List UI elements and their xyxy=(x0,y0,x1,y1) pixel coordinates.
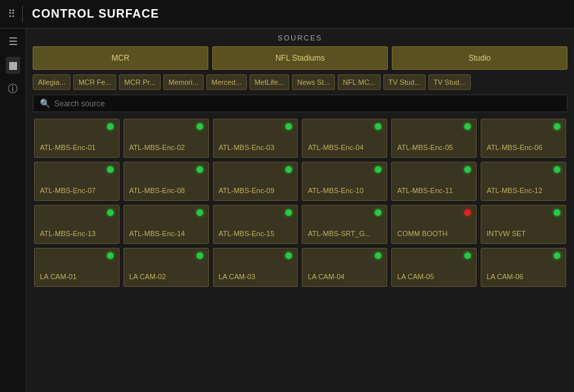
grid-view-icon[interactable]: ▦ xyxy=(6,57,20,74)
encoder-label: ATL-MBS-Enc-14 xyxy=(129,229,203,238)
encoder-card[interactable]: ATL-MBS-Enc-15 xyxy=(213,205,298,244)
status-dot-green xyxy=(285,123,292,130)
encoder-label: ATL-MBS-Enc-06 xyxy=(486,143,560,152)
subcategory-btn[interactable]: MCR Fe... xyxy=(73,74,116,90)
encoder-label: ATL-MBS-Enc-11 xyxy=(397,186,471,195)
search-bar: 🔍 xyxy=(33,95,567,112)
subcategory-btn[interactable]: MetLife... xyxy=(249,74,289,90)
subcategory-btn[interactable]: MCR Pr... xyxy=(119,74,161,90)
header-divider xyxy=(22,6,23,23)
nav-rail: ☰ ▦ ⓘ xyxy=(0,29,26,392)
status-dot-green xyxy=(197,166,203,173)
subcategory-btn[interactable]: NFL MC... xyxy=(338,74,381,90)
encoder-label: LA CAM-03 xyxy=(219,272,293,281)
search-icon: 🔍 xyxy=(40,98,50,108)
encoder-card[interactable]: ATL-MBS-Enc-13 xyxy=(34,205,120,244)
main-panel: SOURCES MCRNFL StadiumsStudio Allegia...… xyxy=(26,29,574,392)
status-dot-green xyxy=(375,123,381,130)
subcategory-btn[interactable]: TV Stud... xyxy=(428,74,471,90)
encoder-label: ATL-MBS-Enc-05 xyxy=(397,143,471,152)
status-dot-green xyxy=(285,209,292,216)
search-input[interactable] xyxy=(54,99,560,108)
encoder-label: ATL-MBS-Enc-13 xyxy=(40,229,114,238)
status-dot-green xyxy=(375,209,381,216)
category-btn-mcr[interactable]: MCR xyxy=(33,46,208,70)
encoder-card[interactable]: ATL-MBS-Enc-09 xyxy=(213,162,298,201)
encoder-card[interactable]: ATL-MBS-Enc-03 xyxy=(213,119,298,158)
encoder-card[interactable]: ATL-MBS-Enc-10 xyxy=(302,162,387,201)
category-row: MCRNFL StadiumsStudio xyxy=(33,46,567,70)
subcategory-btn[interactable]: Memori... xyxy=(163,74,204,90)
encoder-card[interactable]: LA CAM-03 xyxy=(213,248,298,287)
sources-label: SOURCES xyxy=(33,34,567,42)
encoder-card[interactable]: COMM BOOTH xyxy=(391,205,477,244)
encoder-card[interactable]: ATL-MBS-Enc-05 xyxy=(391,119,477,158)
status-dot-green xyxy=(554,209,560,216)
grid-icon[interactable]: ⠿ xyxy=(8,8,16,20)
status-dot-green xyxy=(375,166,381,173)
encoder-card[interactable]: INTVW SET xyxy=(481,205,566,244)
encoder-card[interactable]: LA CAM-01 xyxy=(34,248,120,287)
encoder-label: LA CAM-01 xyxy=(40,272,114,281)
category-btn-studio[interactable]: Studio xyxy=(392,46,567,70)
app-title: CONTROL SURFACE xyxy=(32,7,159,21)
status-dot-green xyxy=(554,252,560,259)
encoder-label: ATL-MBS-Enc-04 xyxy=(308,143,381,152)
subcategory-btn[interactable]: News St... xyxy=(292,74,335,90)
header: ⠿ CONTROL SURFACE xyxy=(0,0,574,29)
status-dot-green xyxy=(197,209,203,216)
encoder-label: INTVW SET xyxy=(486,229,560,238)
status-dot-green xyxy=(197,123,203,130)
status-dot-green xyxy=(464,166,471,173)
status-dot-green xyxy=(375,252,381,259)
category-btn-nfl[interactable]: NFL Stadiums xyxy=(212,46,388,70)
encoder-label: ATL-MBS-Enc-08 xyxy=(129,186,203,195)
status-dot-green xyxy=(464,123,471,130)
encoder-label: LA CAM-04 xyxy=(308,272,381,281)
encoder-label: ATL-MBS-Enc-10 xyxy=(308,186,381,195)
subcategory-btn[interactable]: Merced... xyxy=(206,74,247,90)
encoder-label: ATL-MBS-Enc-03 xyxy=(219,143,293,152)
encoder-label: LA CAM-05 xyxy=(397,272,471,281)
subcategory-row: Allegia...MCR Fe...MCR Pr...Memori...Mer… xyxy=(33,74,567,90)
encoder-card[interactable]: ATL-MBS-Enc-08 xyxy=(123,162,209,201)
encoder-card[interactable]: ATL-MBS-Enc-12 xyxy=(481,162,566,201)
encoder-card[interactable]: ATL-MBS-Enc-07 xyxy=(34,162,120,201)
status-dot-green xyxy=(554,166,560,173)
menu-icon[interactable]: ☰ xyxy=(8,35,18,48)
encoder-label: LA CAM-02 xyxy=(129,272,203,281)
encoder-grid-container: ATL-MBS-Enc-01ATL-MBS-Enc-02ATL-MBS-Enc-… xyxy=(33,117,567,387)
status-dot-green xyxy=(107,123,114,130)
encoder-card[interactable]: LA CAM-05 xyxy=(391,248,477,287)
encoder-card[interactable]: ATL-MBS-Enc-02 xyxy=(123,119,209,158)
encoder-label: COMM BOOTH xyxy=(397,229,471,238)
encoder-label: LA CAM-06 xyxy=(486,272,560,281)
encoder-card[interactable]: ATL-MBS-Enc-04 xyxy=(302,119,387,158)
encoder-label: ATL-MBS-Enc-15 xyxy=(219,229,293,238)
status-dot-green xyxy=(197,252,203,259)
encoder-card[interactable]: ATL-MBS-Enc-06 xyxy=(481,119,566,158)
status-dot-green xyxy=(285,252,292,259)
encoder-card[interactable]: ATL-MBS-Enc-14 xyxy=(123,205,209,244)
info-icon[interactable]: ⓘ xyxy=(8,83,18,95)
encoder-card[interactable]: ATL-MBS-Enc-11 xyxy=(391,162,477,201)
encoder-card[interactable]: LA CAM-04 xyxy=(302,248,387,287)
encoder-label: ATL-MBS-Enc-02 xyxy=(129,143,203,152)
status-dot-green xyxy=(107,252,114,259)
subcategory-btn[interactable]: Allegia... xyxy=(33,74,71,90)
status-dot-green xyxy=(554,123,560,130)
status-dot-green xyxy=(285,166,292,173)
encoder-label: ATL-MBS-SRT_G... xyxy=(308,229,381,238)
status-dot-green xyxy=(107,209,114,216)
encoder-label: ATL-MBS-Enc-12 xyxy=(486,186,560,195)
encoder-card[interactable]: LA CAM-06 xyxy=(481,248,566,287)
encoder-label: ATL-MBS-Enc-07 xyxy=(40,186,114,195)
encoder-card[interactable]: ATL-MBS-SRT_G... xyxy=(302,205,387,244)
encoder-label: ATL-MBS-Enc-09 xyxy=(219,186,293,195)
encoder-label: ATL-MBS-Enc-01 xyxy=(40,143,114,152)
status-dot-green xyxy=(464,252,471,259)
subcategory-btn[interactable]: TV Stud... xyxy=(383,74,426,90)
encoder-card[interactable]: LA CAM-02 xyxy=(123,248,209,287)
status-dot-green xyxy=(107,166,114,173)
encoder-card[interactable]: ATL-MBS-Enc-01 xyxy=(34,119,120,158)
